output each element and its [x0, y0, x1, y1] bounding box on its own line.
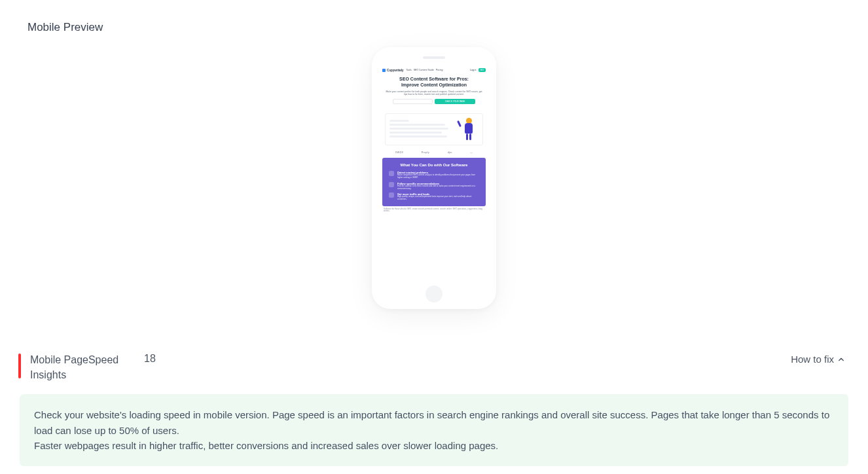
preview-footnote: Software for those who do SEO, create se… [378, 206, 490, 213]
mobile-preview-card: Mobile Preview Copywritely Tools SEO Con… [12, 0, 856, 329]
preview-partner-logos: OWOX Preply djm — [378, 149, 490, 158]
feature-icon [389, 171, 394, 176]
preview-go-button: GO [479, 68, 486, 72]
partner-logo: Preply [422, 151, 429, 154]
preview-hero-input [393, 99, 433, 104]
preview-wrap: Copywritely Tools SEO Content Guide Pric… [12, 34, 856, 329]
preview-panel [385, 113, 483, 145]
status-accent-bar [18, 354, 21, 378]
pagespeed-card: Mobile PageSpeed Insights 18 How to fix … [12, 340, 856, 466]
feature-icon [389, 182, 394, 187]
preview-hero: SEO Content Software for Pros: Improve C… [378, 74, 490, 108]
preview-purple-section: What You Can Do with Our Software Detect… [382, 158, 486, 206]
preview-login: Log in [470, 69, 477, 71]
preview-nav-link: Tools [407, 69, 412, 71]
preview-nav-link: SEO Content Guide [414, 69, 434, 71]
pagespeed-tip: Check your website's loading speed in mo… [20, 394, 848, 466]
phone-frame: Copywritely Tools SEO Content Guide Pric… [372, 47, 496, 309]
partner-logo: — [470, 151, 473, 154]
preview-hero-cta: CHECK YOUR PAGE [435, 99, 475, 104]
chevron-up-icon [838, 356, 844, 363]
preview-logo-text: Copywritely [387, 69, 404, 72]
pagespeed-tip-p1: Check your website's loading speed in mo… [34, 407, 834, 438]
preview-hero-title-l2: Improve Content Optimization [385, 82, 483, 88]
preview-feature-item: Detect content problemsMake competitive … [389, 171, 479, 179]
partner-logo: OWOX [395, 151, 403, 154]
how-to-fix-label: How to fix [791, 354, 834, 365]
phone-speaker [423, 56, 445, 59]
preview-logo: Copywritely [382, 69, 404, 72]
preview-nav-link: Pricing [436, 69, 443, 71]
pagespeed-tip-p2: Faster webpages result in higher traffic… [34, 438, 834, 453]
pagespeed-score: 18 [144, 352, 156, 365]
logo-mark-icon [382, 69, 386, 72]
how-to-fix-toggle[interactable]: How to fix [791, 352, 844, 365]
pagespeed-label: Mobile PageSpeed Insights [30, 352, 135, 382]
pagespeed-header: Mobile PageSpeed Insights 18 How to fix [12, 340, 856, 392]
preview-hero-title-l1: SEO Content Software for Pros: [385, 77, 483, 82]
preview-hero-subtitle: Make your content perfect for both peopl… [385, 90, 483, 96]
preview-nav: Copywritely Tools SEO Content Guide Pric… [378, 65, 490, 74]
preview-feature-item: Follow specific recommendationsFind the … [389, 182, 479, 191]
phone-home-button-icon [425, 285, 443, 302]
phone-screen: Copywritely Tools SEO Content Guide Pric… [378, 65, 490, 280]
person-illustration-icon [459, 118, 479, 141]
preview-feature-item: Get more traffic and leadsHigh-quality u… [389, 192, 479, 201]
preview-purple-title: What You Can Do with Our Software [389, 163, 479, 167]
section-title: Mobile Preview [12, 0, 856, 34]
partner-logo: djm [448, 151, 452, 154]
feature-icon [389, 192, 394, 198]
